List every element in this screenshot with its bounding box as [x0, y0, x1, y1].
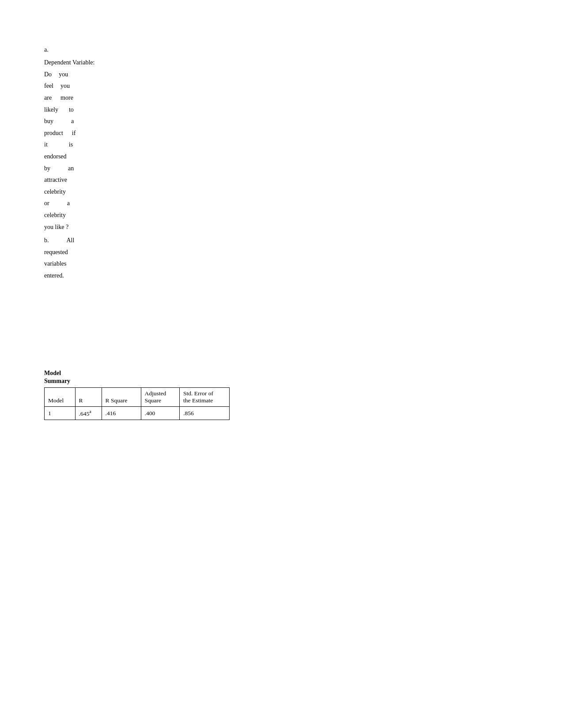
cell-adj-r-square: .400	[141, 407, 180, 420]
dv-an: an	[68, 163, 74, 175]
r-superscript: a	[89, 409, 91, 414]
footnote-b-requested: requested	[44, 249, 68, 255]
model-summary-table: Model R R Square Adjusted Square Std. Er…	[44, 387, 230, 420]
dv-line-13: celebrity	[44, 210, 519, 221]
dv-line-8: endorsed	[44, 151, 519, 163]
cell-model: 1	[45, 407, 76, 420]
dv-celebrity-2: celebrity	[44, 212, 66, 218]
footnote-a-label: a.	[44, 44, 519, 55]
dv-if: if	[72, 128, 76, 139]
dv-line-1: Do you	[44, 69, 519, 81]
dv-endorsed: endorsed	[44, 153, 67, 160]
dv-is: is	[69, 139, 73, 151]
dv-to: to	[69, 104, 74, 116]
cell-std-error: .856	[180, 407, 230, 420]
footnote-b-line-1: b. All	[44, 235, 519, 247]
footnote-b-entered: entered.	[44, 272, 64, 279]
header-std-error: Std. Error of the Estimate	[180, 388, 230, 407]
header-adjusted-r-square: Adjusted Square	[141, 388, 180, 407]
footnote-a-marker: a.	[44, 46, 49, 53]
dv-a-1: a	[71, 116, 74, 128]
dv-celebrity-1: celebrity	[44, 188, 66, 195]
model-summary-section: Model Summary Model R R Square Adjusted …	[44, 370, 519, 420]
dependent-variable-label: Dependent Variable:	[44, 57, 519, 69]
header-r: R	[75, 388, 102, 407]
dv-line-2: feel you	[44, 80, 519, 92]
dv-it: it	[44, 139, 48, 151]
dv-line-6: product if	[44, 128, 519, 139]
footnote-b-marker: b.	[44, 235, 49, 247]
dv-do: Do	[44, 69, 52, 81]
dv-product: product	[44, 128, 63, 139]
dependent-variable-block: Dependent Variable: Do you feel you are …	[44, 57, 519, 233]
dv-you-1: you	[59, 69, 68, 81]
dv-are: are	[44, 92, 52, 104]
footnote-b-block: b. All requested variables entered.	[44, 235, 519, 281]
dv-line-4: likely to	[44, 104, 519, 116]
dv-you-like: you like ?	[44, 224, 68, 230]
dv-line-7: it is	[44, 139, 519, 151]
header-r-square: R Square	[102, 388, 141, 407]
dv-line-5: buy a	[44, 116, 519, 128]
footnote-b-variables: variables	[44, 260, 67, 267]
dv-likely: likely	[44, 104, 58, 116]
cell-r: .645a	[75, 407, 102, 420]
model-summary-subtitle: Summary	[44, 378, 519, 385]
dv-line-14: you like ?	[44, 221, 519, 233]
table-row: 1 .645a .416 .400 .856	[45, 407, 230, 420]
model-summary-title: Model	[44, 370, 519, 377]
table-header-row: Model R R Square Adjusted Square Std. Er…	[45, 388, 230, 407]
dv-a-2: a	[67, 198, 70, 210]
dv-or: or	[44, 198, 49, 210]
footnote-b-all: All	[67, 235, 75, 247]
dv-attractive: attractive	[44, 176, 67, 183]
dv-by: by	[44, 163, 50, 175]
footnote-b-line-3: variables	[44, 258, 519, 270]
cell-r-square: .416	[102, 407, 141, 420]
footnote-b-line-4: entered.	[44, 270, 519, 282]
dv-line-3: are more	[44, 92, 519, 104]
header-model: Model	[45, 388, 76, 407]
dv-line-12: or a	[44, 198, 519, 210]
dv-line-10: attractive	[44, 174, 519, 186]
dv-buy: buy	[44, 116, 53, 128]
dv-line-9: by an	[44, 163, 519, 175]
dv-line-11: celebrity	[44, 186, 519, 198]
dv-you-2: you	[60, 80, 70, 92]
footnotes-section: a. Dependent Variable: Do you feel you a…	[44, 44, 519, 281]
dv-more: more	[60, 92, 73, 104]
dv-feel: feel	[44, 80, 53, 92]
footnote-b-line-2: requested	[44, 247, 519, 259]
